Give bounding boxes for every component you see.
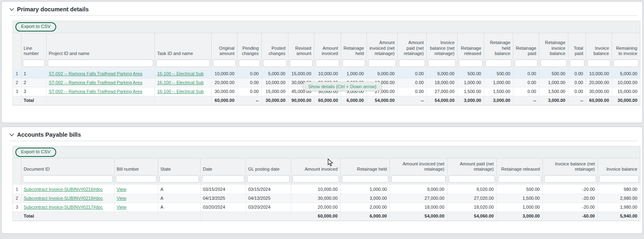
filter-amtpaidnet-input[interactable] — [449, 175, 495, 183]
column-header-amtinv[interactable]: Amount invoiced — [314, 33, 341, 58]
filter-totalpaid-input[interactable] — [570, 59, 585, 67]
column-header-retinvbal[interactable]: Retainage invoice balance — [539, 33, 568, 58]
column-header-original[interactable]: Original amount — [211, 33, 237, 58]
column-header-amtinvnet[interactable]: Amount invoiced (net retainage) — [390, 159, 447, 174]
filter-retpaid-input[interactable] — [515, 59, 538, 67]
filter-billno-input[interactable] — [116, 175, 157, 183]
filter-retheld-input[interactable] — [342, 175, 388, 183]
filter-project-input[interactable] — [48, 59, 153, 67]
docid-link[interactable]: Subcontract Invoice-SUBINV#0217#doc — [24, 205, 103, 209]
cell-pending: 0.00 — [237, 69, 261, 78]
filter-task-input[interactable] — [156, 59, 210, 67]
cell-invbalnet: -20.00 — [542, 185, 597, 194]
billno-link[interactable]: View — [117, 187, 127, 192]
column-header-rownum[interactable] — [13, 159, 21, 174]
filter-amtinv-input[interactable] — [292, 175, 339, 183]
column-header-totalpaid[interactable]: Total paid — [568, 33, 586, 58]
column-header-retrel[interactable]: Retainage released — [457, 33, 484, 58]
collapse-chevron-icon[interactable] — [9, 133, 14, 137]
accounts-payable-bills-header[interactable]: Accounts Payable bills — [9, 127, 638, 141]
filter-invbalnet-input[interactable] — [428, 59, 456, 67]
column-header-task[interactable]: Task ID and name — [155, 33, 211, 58]
column-header-posted[interactable]: Posted changes — [261, 33, 288, 58]
filter-date-input[interactable] — [202, 175, 244, 183]
column-header-retrel[interactable]: Retainage released — [496, 159, 542, 174]
filter-invbal-input[interactable] — [587, 59, 610, 67]
project-link[interactable]: ST-002 -- Ramona Falls Trailhead Parking… — [49, 80, 142, 85]
column-header-revised[interactable]: Revised amount — [288, 33, 314, 58]
column-header-retheldbal[interactable]: Retainage held balance — [484, 33, 513, 58]
column-header-invbal[interactable]: Invoice balance — [586, 33, 612, 58]
cell-retheld: 2,000.00 — [340, 203, 390, 212]
project-link[interactable]: ST-002 -- Ramona Falls Trailhead Parking… — [49, 89, 142, 94]
filter-amtinvnet-input[interactable] — [391, 175, 446, 183]
column-header-invbalnet[interactable]: Invoice balance (net retainage) — [426, 33, 457, 58]
cell-billno: View — [114, 185, 158, 194]
column-header-line[interactable]: Line number — [21, 33, 46, 58]
column-header-amtpaidnet[interactable]: Amount paid (net retainage) — [447, 159, 496, 174]
billno-link[interactable]: View — [117, 196, 127, 201]
column-header-rownum[interactable] — [13, 33, 21, 58]
column-header-glpost[interactable]: GL posting date — [246, 159, 291, 174]
export-to-csv-button[interactable]: Export to CSV — [15, 148, 56, 157]
filter-line-input[interactable] — [23, 59, 45, 67]
cell-line: 3 — [21, 87, 46, 96]
filter-cell-retpaid — [513, 58, 539, 69]
cell-amtinvnet: 9,000.00 — [366, 69, 397, 78]
column-header-retpaid[interactable]: Retainage paid — [513, 33, 539, 58]
filter-invbal-input[interactable] — [599, 175, 639, 183]
column-header-amtpaidnet[interactable]: Amount paid (net retainage) — [397, 33, 426, 58]
table-row[interactable]: 1Subcontract Invoice-SUBINV#0216#docView… — [13, 185, 640, 194]
filter-cell-amtpaidnet — [447, 174, 496, 185]
column-header-retheld[interactable]: Retainage held — [340, 159, 390, 174]
filter-amtinvnet-input[interactable] — [368, 59, 396, 67]
column-header-docid[interactable]: Document ID — [21, 159, 114, 174]
task-link[interactable]: 16-100 -- Electrical Sub — [157, 71, 204, 76]
filter-retrel-input[interactable] — [498, 175, 541, 183]
total-cell-pending: -- — [237, 96, 261, 105]
table-row[interactable]: 2Subcontract Invoice-SUBINV#0218#docView… — [13, 194, 640, 203]
column-header-invbalnet[interactable]: Invoice balance (net retainage) — [542, 159, 597, 174]
project-link[interactable]: ST-002 -- Ramona Falls Trailhead Parking… — [49, 71, 142, 76]
total-cell-amtpaidnet: -- — [397, 96, 426, 105]
filter-retheldbal-input[interactable] — [485, 59, 512, 67]
filter-docid-input[interactable] — [23, 175, 113, 183]
column-header-billno[interactable]: Bill number — [114, 159, 158, 174]
filter-cell-amtinv — [314, 58, 341, 69]
column-header-date[interactable]: Date — [200, 159, 246, 174]
column-header-state[interactable]: State — [158, 159, 200, 174]
filter-retheld-input[interactable] — [342, 59, 365, 67]
column-header-retheld[interactable]: Retainage held — [341, 33, 366, 58]
column-header-invbal[interactable]: Invoice balance — [597, 159, 640, 174]
column-header-project[interactable]: Project ID and name — [46, 33, 155, 58]
primary-document-details-header[interactable]: Primary document details — [9, 2, 638, 16]
total-cell-totalpaid: -- — [568, 96, 586, 105]
docid-link[interactable]: Subcontract Invoice-SUBINV#0216#doc — [24, 187, 103, 192]
billno-link[interactable]: View — [117, 205, 127, 209]
column-header-remaining[interactable]: Remaining to invoice — [612, 33, 640, 58]
column-header-pending[interactable]: Pending changes — [237, 33, 261, 58]
filter-pending-input[interactable] — [239, 59, 260, 67]
export-to-csv-button[interactable]: Export to CSV — [15, 22, 56, 32]
filter-remaining-input[interactable] — [613, 59, 639, 67]
filter-revised-input[interactable] — [290, 59, 313, 67]
cell-retheldbal: 1,000.00 — [484, 78, 513, 87]
table-row[interactable]: 11ST-002 -- Ramona Falls Trailhead Parki… — [13, 69, 640, 78]
task-link[interactable]: 16-100 -- Electrical Sub — [157, 80, 204, 85]
filter-invbalnet-input[interactable] — [544, 175, 596, 183]
table-row[interactable]: 3Subcontract Invoice-SUBINV#0217#docView… — [13, 203, 640, 212]
filter-original-input[interactable] — [213, 59, 236, 67]
filter-amtpaidnet-input[interactable] — [399, 59, 425, 67]
filter-amtinv-input[interactable] — [316, 59, 339, 67]
collapse-chevron-icon[interactable] — [9, 8, 14, 11]
filter-retrel-input[interactable] — [459, 59, 483, 67]
column-header-amtinvnet[interactable]: Amount invoiced (net retainage) — [366, 33, 397, 58]
filter-state-input[interactable] — [159, 175, 199, 183]
task-link[interactable]: 16-100 -- Electrical Sub — [157, 89, 204, 94]
filter-retinvbal-input[interactable] — [540, 59, 567, 67]
filter-glpost-input[interactable] — [247, 175, 290, 183]
docid-link[interactable]: Subcontract Invoice-SUBINV#0218#doc — [24, 196, 103, 201]
mouse-cursor — [328, 159, 333, 168]
cell-retrel: 500.00 — [457, 69, 484, 78]
filter-posted-input[interactable] — [263, 59, 287, 67]
